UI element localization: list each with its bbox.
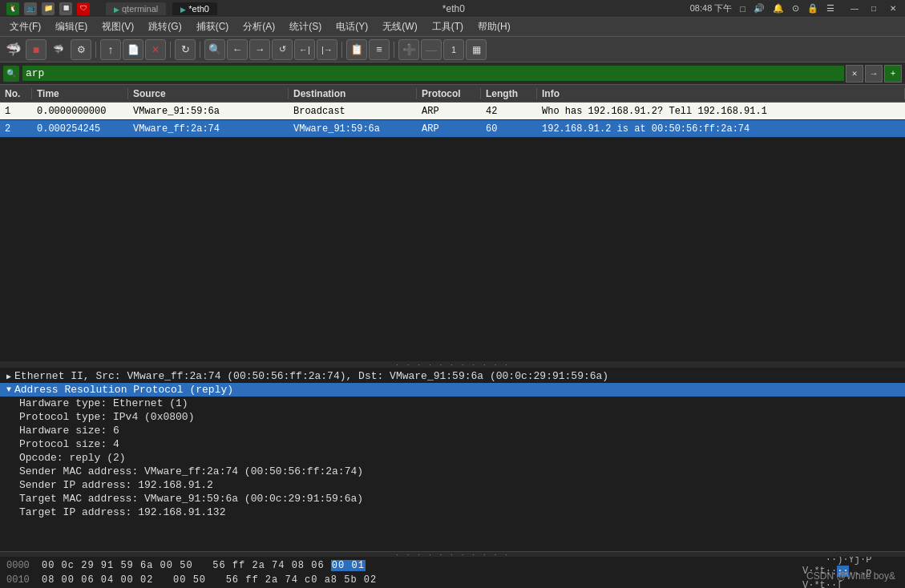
menu-help[interactable]: 帮助(H) bbox=[471, 18, 517, 35]
title-bar-right: 08:48 下午 □ 🔊 🔔 ⊙ 🔒 ☰ — □ ✕ bbox=[690, 2, 899, 14]
field-sender-ip: Sender IP address: 192.168.91.2 bbox=[19, 479, 213, 491]
menu-stats[interactable]: 统计(S) bbox=[283, 18, 328, 35]
header-time: Time bbox=[32, 88, 128, 99]
field-hw-type: Hardware type: Ethernet (1) bbox=[19, 397, 188, 409]
menu-file[interactable]: 文件(F) bbox=[3, 18, 47, 35]
tab-eth0[interactable]: ▶*eth0 bbox=[172, 2, 217, 15]
toolbar-prev[interactable]: ←| bbox=[294, 39, 315, 60]
filter-apply-button[interactable]: → bbox=[865, 65, 883, 83]
maximize-button[interactable]: □ bbox=[868, 3, 879, 14]
field-proto-size: Protocol size: 4 bbox=[19, 438, 119, 450]
toolbar-forward[interactable]: → bbox=[249, 39, 270, 60]
menu-wireless[interactable]: 无线(W) bbox=[376, 18, 423, 35]
hex-bytes: 08 00 06 04 00 02 00 50 56 ff 2a 74 c0 a… bbox=[42, 574, 790, 586]
field-target-ip: Target IP address: 192.168.91.132 bbox=[19, 506, 225, 518]
systray-bell: 🔔 bbox=[773, 3, 784, 14]
header-destination: Destination bbox=[289, 88, 417, 99]
cell-source: VMware_ff:2a:74 bbox=[128, 123, 289, 135]
arp-section[interactable]: ▼ Address Resolution Protocol (reply) bbox=[0, 383, 905, 397]
hex-row: 0000 00 0c 29 91 59 6a 00 50 56 ff 2a 74… bbox=[0, 558, 905, 573]
filter-input[interactable] bbox=[22, 66, 844, 81]
toolbar-reload[interactable]: ↻ bbox=[175, 39, 196, 60]
toolbar-sep-4 bbox=[341, 42, 342, 58]
toolbar-columns[interactable]: ▦ bbox=[466, 39, 487, 60]
menu-analyze[interactable]: 分析(A) bbox=[236, 18, 281, 35]
cell-protocol: ARP bbox=[417, 123, 481, 135]
detail-field: Protocol size: 4 bbox=[0, 437, 905, 451]
toolbar-next[interactable]: |→ bbox=[317, 39, 337, 60]
packet-row[interactable]: 1 0.0000000000 VMware_91:59:6a Broadcast… bbox=[0, 103, 905, 120]
toolbar-options[interactable]: ⚙ bbox=[71, 39, 91, 60]
packet-list: No. Time Source Destination Protocol Len… bbox=[0, 85, 905, 141]
toolbar-restart[interactable]: 🦈 bbox=[48, 39, 69, 60]
main-container: No. Time Source Destination Protocol Len… bbox=[0, 85, 905, 588]
packet-list-empty bbox=[0, 141, 905, 361]
toolbar: 🦈 ■ 🦈 ⚙ ↑ 📄 ✕ ↻ 🔍 ← → ↺ ←| |→ 📋 ≡ ➕ — 1 … bbox=[0, 37, 905, 62]
ethernet-section[interactable]: ▶ Ethernet II, Src: VMware_ff:2a:74 (00:… bbox=[0, 369, 905, 383]
app-icon-square: 🔲 bbox=[59, 2, 72, 15]
tab-qterminal[interactable]: ▶qterminal bbox=[106, 2, 166, 15]
menu-view[interactable]: 视图(V) bbox=[95, 18, 140, 35]
toolbar-zoom-normal[interactable]: 1 bbox=[443, 39, 464, 60]
toolbar-sep-1 bbox=[95, 42, 96, 58]
cell-destination: Broadcast bbox=[289, 106, 417, 117]
menu-capture[interactable]: 捕获(C) bbox=[190, 18, 236, 35]
detail-field: Sender IP address: 192.168.91.2 bbox=[0, 478, 905, 492]
cell-time: 0.000254245 bbox=[32, 123, 128, 135]
filter-clear-button[interactable]: ✕ bbox=[846, 65, 863, 83]
cell-no: 2 bbox=[0, 123, 32, 135]
systray-menu: ☰ bbox=[826, 3, 834, 14]
filter-add-button[interactable]: + bbox=[884, 65, 902, 83]
toolbar-open[interactable]: ↑ bbox=[100, 39, 121, 60]
toolbar-close[interactable]: ✕ bbox=[145, 39, 166, 60]
cell-protocol: ARP bbox=[417, 106, 481, 117]
header-no: No. bbox=[0, 88, 32, 99]
cell-info: 192.168.91.2 is at 00:50:56:ff:2a:74 bbox=[537, 123, 905, 135]
menu-edit[interactable]: 编辑(E) bbox=[49, 18, 94, 35]
detail-field: Target IP address: 192.168.91.132 bbox=[0, 505, 905, 519]
toolbar-zoom-out[interactable]: — bbox=[421, 39, 442, 60]
title-bar-left: 🐧 📺 📁 🔲 🛡 ▶qterminal ▶*eth0 bbox=[6, 2, 217, 15]
menu-bar: 文件(F) 编辑(E) 视图(V) 跳转(G) 捕获(C) 分析(A) 统计(S… bbox=[0, 18, 905, 37]
hex-offset: 0010 bbox=[6, 574, 35, 586]
cell-length: 42 bbox=[481, 106, 537, 117]
cell-info: Who has 192.168.91.2? Tell 192.168.91.1 bbox=[537, 106, 905, 117]
menu-tools[interactable]: 工具(T) bbox=[426, 18, 470, 35]
hex-offset: 0000 bbox=[6, 560, 35, 571]
toolbar-sep-3 bbox=[200, 42, 200, 58]
field-sender-mac: Sender MAC address: VMware_ff:2a:74 (00:… bbox=[19, 465, 363, 477]
collapse-arrow: ▶ bbox=[6, 372, 11, 381]
toolbar-stop[interactable]: ■ bbox=[26, 39, 46, 60]
toolbar-autoscroll[interactable]: ≡ bbox=[369, 39, 390, 60]
hex-dump: 0000 00 0c 29 91 59 6a 00 50 56 ff 2a 74… bbox=[0, 557, 905, 588]
systray-update: ⊙ bbox=[792, 3, 799, 14]
toolbar-sep-5 bbox=[394, 42, 394, 58]
systray-monitor: □ bbox=[740, 4, 745, 14]
title-bar: 🐧 📺 📁 🔲 🛡 ▶qterminal ▶*eth0 *eth0 08:48 … bbox=[0, 0, 905, 18]
bottom-panels: ▶ Ethernet II, Src: VMware_ff:2a:74 (00:… bbox=[0, 368, 905, 588]
cell-length: 60 bbox=[481, 123, 537, 135]
app-icon-penguin: 🐧 bbox=[6, 2, 19, 15]
minimize-button[interactable]: — bbox=[849, 3, 860, 14]
toolbar-colorize[interactable]: 📋 bbox=[346, 39, 367, 60]
window-title: *eth0 bbox=[442, 3, 465, 14]
toolbar-sep-2 bbox=[170, 42, 171, 58]
packet-row[interactable]: 2 0.000254245 VMware_ff:2a:74 VMware_91:… bbox=[0, 120, 905, 138]
menu-go[interactable]: 跳转(G) bbox=[142, 18, 188, 35]
toolbar-new-capture[interactable]: 🦈 bbox=[3, 39, 24, 60]
close-button[interactable]: ✕ bbox=[887, 3, 899, 14]
systray-lock: 🔒 bbox=[807, 3, 818, 14]
systray-sound: 🔊 bbox=[753, 3, 765, 14]
field-hw-size: Hardware size: 6 bbox=[19, 425, 119, 437]
menu-telephony[interactable]: 电话(Y) bbox=[329, 18, 374, 35]
toolbar-back[interactable]: ← bbox=[227, 39, 248, 60]
divider-resize[interactable]: · · · · · · · · · · · bbox=[0, 361, 905, 368]
toolbar-save[interactable]: 📄 bbox=[123, 39, 143, 60]
toolbar-find[interactable]: 🔍 bbox=[204, 39, 225, 60]
detail-field: Sender MAC address: VMware_ff:2a:74 (00:… bbox=[0, 465, 905, 478]
toolbar-zoom-in[interactable]: ➕ bbox=[398, 39, 419, 60]
detail-field: Hardware size: 6 bbox=[0, 424, 905, 437]
toolbar-first[interactable]: ↺ bbox=[272, 39, 293, 60]
detail-field: Protocol type: IPv4 (0x0800) bbox=[0, 410, 905, 424]
ethernet-label: Ethernet II, Src: VMware_ff:2a:74 (00:50… bbox=[14, 370, 608, 382]
